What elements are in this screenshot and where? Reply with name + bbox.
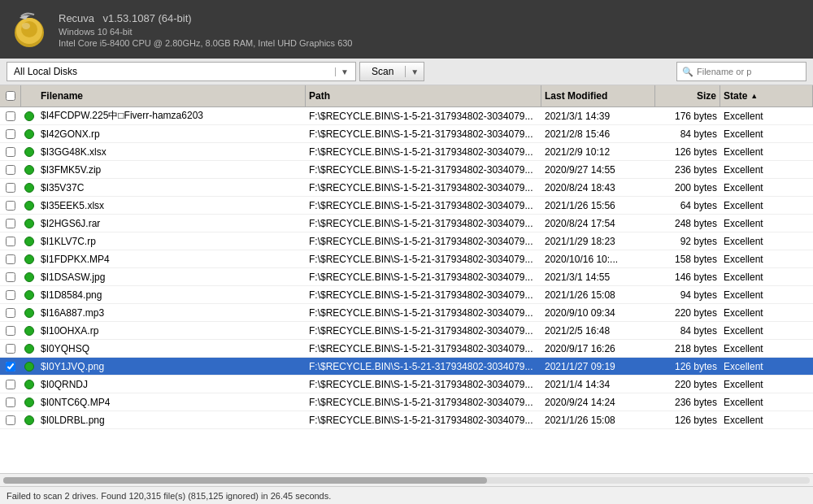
- table-row[interactable]: $I0QRNDJ F:\$RECYCLE.BIN\S-1-5-21-317934…: [0, 376, 813, 393]
- row-checkbox-cell[interactable]: [0, 290, 21, 300]
- row-checkbox[interactable]: [6, 344, 15, 354]
- table-row[interactable]: $I1KLV7C.rp F:\$RECYCLE.BIN\S-1-5-21-317…: [0, 232, 813, 250]
- row-checkbox[interactable]: [6, 237, 15, 246]
- hscroll-thumb[interactable]: [3, 477, 487, 484]
- table-row[interactable]: $I0YQHSQ F:\$RECYCLE.BIN\S-1-5-21-317934…: [0, 340, 813, 358]
- row-filename: $I0NTC6Q.MP4: [37, 393, 306, 411]
- table-row[interactable]: $I2HGS6J.rar F:\$RECYCLE.BIN\S-1-5-21-31…: [0, 215, 813, 232]
- row-checkbox[interactable]: [6, 219, 15, 228]
- row-filename: $I10OHXA.rp: [37, 322, 306, 340]
- table-row[interactable]: $I3FMK5V.zip F:\$RECYCLE.BIN\S-1-5-21-31…: [0, 161, 813, 179]
- status-text: Failed to scan 2 drives. Found 120,315 f…: [7, 491, 331, 501]
- table-row[interactable]: $I16A887.mp3 F:\$RECYCLE.BIN\S-1-5-21-31…: [0, 304, 813, 322]
- row-checkbox[interactable]: [6, 326, 15, 336]
- row-checkbox[interactable]: [6, 147, 15, 157]
- row-modified: 2021/1/26 15:56: [541, 197, 655, 215]
- drive-select-label: All Local Disks: [14, 66, 77, 77]
- file-status-icon: [21, 326, 37, 336]
- row-checkbox[interactable]: [6, 272, 15, 282]
- col-header-path[interactable]: Path: [306, 85, 541, 106]
- drive-select[interactable]: All Local Disks ▼: [7, 62, 356, 81]
- col-header-size[interactable]: Size: [655, 85, 720, 106]
- table-row[interactable]: $I4FCDPW.225中□Fiverr-hamza6203 F:\$RECYC…: [0, 107, 813, 125]
- row-checkbox-cell[interactable]: [0, 344, 21, 354]
- table-row[interactable]: $I0LDRBL.png F:\$RECYCLE.BIN\S-1-5-21-31…: [0, 411, 813, 429]
- row-modified: 2021/1/4 14:34: [541, 376, 655, 393]
- row-checkbox-cell[interactable]: [0, 219, 21, 228]
- table-row[interactable]: $I1FDPKX.MP4 F:\$RECYCLE.BIN\S-1-5-21-31…: [0, 250, 813, 268]
- row-filename: $I3FMK5V.zip: [37, 161, 306, 179]
- table-row[interactable]: $I0Y1JVQ.png F:\$RECYCLE.BIN\S-1-5-21-31…: [0, 358, 813, 376]
- row-size: 146 bytes: [655, 268, 720, 286]
- row-checkbox[interactable]: [6, 398, 15, 407]
- search-box[interactable]: 🔍: [676, 62, 806, 81]
- row-path: F:\$RECYCLE.BIN\S-1-5-21-317934802-30340…: [306, 143, 541, 161]
- row-checkbox-cell[interactable]: [0, 111, 21, 121]
- row-checkbox[interactable]: [6, 183, 15, 193]
- row-checkbox-cell[interactable]: [0, 165, 21, 175]
- row-checkbox-cell[interactable]: [0, 326, 21, 336]
- row-checkbox-cell[interactable]: [0, 183, 21, 193]
- table-row[interactable]: $I1D8584.png F:\$RECYCLE.BIN\S-1-5-21-31…: [0, 286, 813, 304]
- table-row[interactable]: $I10OHXA.rp F:\$RECYCLE.BIN\S-1-5-21-317…: [0, 322, 813, 340]
- row-checkbox[interactable]: [6, 201, 15, 211]
- row-path: F:\$RECYCLE.BIN\S-1-5-21-317934802-30340…: [306, 340, 541, 358]
- row-state: Excellent: [720, 376, 813, 393]
- col-header-filename[interactable]: Filename: [37, 85, 306, 106]
- scan-button-label: Scan: [360, 66, 406, 77]
- row-filename: $I3GG48K.xlsx: [37, 143, 306, 161]
- row-checkbox-cell[interactable]: [0, 237, 21, 246]
- row-path: F:\$RECYCLE.BIN\S-1-5-21-317934802-30340…: [306, 322, 541, 340]
- table-row[interactable]: $I42GONX.rp F:\$RECYCLE.BIN\S-1-5-21-317…: [0, 125, 813, 143]
- row-checkbox-cell[interactable]: [0, 398, 21, 407]
- horizontal-scrollbar[interactable]: [0, 473, 813, 486]
- row-state: Excellent: [720, 215, 813, 232]
- row-checkbox[interactable]: [6, 129, 15, 139]
- file-list[interactable]: $I4FCDPW.225中□Fiverr-hamza6203 F:\$RECYC…: [0, 107, 813, 473]
- row-checkbox[interactable]: [6, 165, 15, 175]
- row-modified: 2021/2/8 15:46: [541, 125, 655, 143]
- row-checkbox-cell[interactable]: [0, 129, 21, 139]
- hscroll-track[interactable]: [3, 477, 810, 484]
- row-modified: 2020/9/24 14:24: [541, 393, 655, 411]
- row-checkbox-cell[interactable]: [0, 415, 21, 425]
- file-status-icon: [21, 254, 37, 264]
- row-checkbox[interactable]: [6, 308, 15, 318]
- row-modified: 2020/8/24 18:43: [541, 179, 655, 197]
- row-checkbox[interactable]: [6, 362, 15, 371]
- table-row[interactable]: $I1DSASW.jpg F:\$RECYCLE.BIN\S-1-5-21-31…: [0, 268, 813, 286]
- row-checkbox[interactable]: [6, 380, 15, 389]
- row-checkbox-cell[interactable]: [0, 380, 21, 389]
- select-all-checkbox[interactable]: [6, 91, 15, 101]
- table-row[interactable]: $I0NTC6Q.MP4 F:\$RECYCLE.BIN\S-1-5-21-31…: [0, 393, 813, 411]
- row-size: 158 bytes: [655, 250, 720, 268]
- row-checkbox-cell[interactable]: [0, 272, 21, 282]
- row-modified: 2021/1/29 18:23: [541, 232, 655, 250]
- row-size: 84 bytes: [655, 322, 720, 340]
- row-checkbox[interactable]: [6, 415, 15, 425]
- drive-select-arrow-icon: ▼: [335, 67, 349, 76]
- search-input[interactable]: [697, 67, 801, 76]
- row-state: Excellent: [720, 161, 813, 179]
- table-row[interactable]: $I3GG48K.xlsx F:\$RECYCLE.BIN\S-1-5-21-3…: [0, 143, 813, 161]
- row-filename: $I1DSASW.jpg: [37, 268, 306, 286]
- table-row[interactable]: $I35V37C F:\$RECYCLE.BIN\S-1-5-21-317934…: [0, 179, 813, 197]
- table-row[interactable]: $I35EEK5.xlsx F:\$RECYCLE.BIN\S-1-5-21-3…: [0, 197, 813, 215]
- row-checkbox[interactable]: [6, 254, 15, 264]
- row-checkbox[interactable]: [6, 111, 15, 121]
- row-checkbox-cell[interactable]: [0, 308, 21, 318]
- row-checkbox-cell[interactable]: [0, 147, 21, 157]
- scan-button[interactable]: Scan ▼: [359, 62, 424, 81]
- col-header-modified[interactable]: Last Modified: [541, 85, 655, 106]
- row-checkbox-cell[interactable]: [0, 254, 21, 264]
- row-checkbox-cell[interactable]: [0, 201, 21, 211]
- header-checkbox-cell[interactable]: [0, 85, 21, 106]
- row-state: Excellent: [720, 250, 813, 268]
- row-checkbox[interactable]: [6, 290, 15, 300]
- col-header-state[interactable]: State ▲: [720, 85, 813, 106]
- row-checkbox-cell[interactable]: [0, 362, 21, 371]
- scan-dropdown-icon[interactable]: ▼: [406, 67, 424, 76]
- row-size: 218 bytes: [655, 340, 720, 358]
- file-status-icon: [21, 201, 37, 211]
- row-modified: 2021/3/1 14:39: [541, 107, 655, 125]
